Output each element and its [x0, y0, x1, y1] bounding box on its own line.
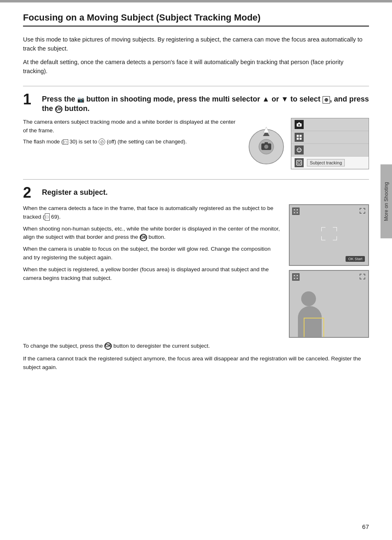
monitor-icon-tr-1 [359, 208, 366, 215]
svg-rect-8 [297, 135, 299, 137]
person-body [298, 306, 322, 337]
ref-box-2: □ [45, 213, 50, 221]
ref-box: □ [63, 139, 68, 145]
step-2-text-col: When the camera detects a face in the fr… [23, 204, 281, 286]
step-2-images: OK Start [289, 204, 369, 338]
sidebar-label: More on Shooting [383, 182, 389, 221]
monitor-icon-tr-2 [359, 273, 366, 281]
step-1-title: Press the 📷 button in shooting mode, pre… [42, 92, 369, 114]
ok-button-symbol: OK [55, 106, 62, 113]
monitor-frame-2 [289, 270, 369, 338]
menu-icon-camera [295, 120, 304, 129]
sidebar-tab: More on Shooting [380, 164, 392, 238]
svg-rect-18 [296, 209, 298, 211]
monitor-frame-1: OK Start [289, 204, 369, 266]
step-2-number: 2 [23, 185, 35, 200]
ok-sym-2: OK [140, 234, 147, 241]
svg-rect-21 [293, 275, 295, 277]
step-2-text-2: When shooting non-human subjects, etc., … [23, 225, 281, 242]
corner-icon-2 [359, 273, 366, 280]
grid-menu-icon [296, 134, 302, 140]
step-1-content: The camera enters subject tracking mode … [23, 118, 369, 169]
svg-rect-20 [296, 212, 298, 214]
svg-rect-17 [293, 209, 295, 211]
step-2-text-4: When the subject is registered, a yellow… [23, 265, 281, 283]
step-2-text-3: When the camera is unable to focus on th… [23, 245, 281, 262]
menu-row-face [291, 144, 369, 157]
step-2-bottom-2: If the camera cannot track the registere… [23, 355, 369, 372]
camera-menu-panel: Subject tracking [291, 118, 369, 169]
page-number: 67 [362, 523, 369, 530]
round-button-illustration [246, 123, 287, 169]
svg-point-14 [300, 149, 300, 150]
camera-icon: 📷 [77, 96, 84, 103]
svg-rect-24 [296, 277, 298, 279]
menu-row-subject: Subject tracking [291, 157, 369, 169]
menu-row-grid [291, 131, 369, 144]
step-1-images: Subject tracking [246, 118, 369, 169]
svg-rect-19 [293, 212, 295, 214]
step-2-header: 2 Register a subject. [23, 185, 369, 200]
svg-rect-4 [265, 142, 268, 144]
focus-brackets [321, 227, 337, 240]
person-head [301, 291, 316, 306]
step-2-content: When the camera detects a face in the fr… [23, 204, 369, 338]
intro-para-2: At the default setting, once the camera … [23, 58, 369, 76]
menu-icon-subject [295, 158, 304, 167]
multi-selector-svg [246, 123, 287, 168]
ok-sym-3: OK [104, 342, 112, 350]
step-1-header: 1 Press the 📷 button in shooting mode, p… [23, 92, 369, 114]
menu-label-subject: Subject tracking [307, 159, 345, 166]
menu-row-camera [291, 118, 369, 131]
face-menu-icon [296, 147, 302, 153]
step-1-text-col: The camera enters subject tracking mode … [23, 118, 238, 145]
intro-para-1: Use this mode to take pictures of moving… [23, 35, 369, 53]
svg-rect-16 [298, 162, 300, 164]
svg-rect-15 [297, 160, 302, 165]
step-2-bottom-1: To change the subject, press the OK butt… [23, 342, 369, 351]
subject-track-symbol: ⊕ [323, 96, 330, 104]
svg-rect-23 [293, 277, 295, 279]
svg-rect-22 [296, 275, 298, 277]
corner-icon-1 [359, 208, 366, 214]
monitor-icon-tl-1 [292, 208, 300, 215]
svg-rect-9 [300, 135, 302, 137]
step-1-number: 1 [23, 92, 35, 107]
focus-box-person [304, 318, 324, 338]
svg-point-3 [264, 145, 268, 149]
svg-point-7 [298, 124, 300, 126]
grid-icon-monitor1 [293, 208, 299, 214]
main-content: Focusing on a Moving Subject (Subject Tr… [0, 2, 392, 388]
step-1-flash-note: The flash mode (□ 30) is set to ∅ (off) … [23, 138, 238, 145]
svg-point-13 [298, 149, 299, 150]
subject-menu-icon [296, 160, 302, 166]
page-title: Focusing on a Moving Subject (Subject Tr… [23, 12, 369, 23]
menu-icon-grid [295, 133, 304, 142]
ok-start-button: OK Start [346, 256, 365, 262]
step-1-section: 1 Press the 📷 button in shooting mode, p… [23, 86, 369, 169]
grid-icon-monitor2 [293, 274, 299, 280]
menu-icon-face [295, 145, 304, 155]
svg-rect-11 [300, 138, 302, 140]
monitor-icon-tl-2 [292, 273, 300, 281]
svg-rect-6 [298, 122, 300, 124]
step-2-text-1: When the camera detects a face in the fr… [23, 204, 281, 222]
step-2-title: Register a subject. [42, 185, 108, 197]
step-1-text1: The camera enters subject tracking mode … [23, 118, 238, 135]
page-container: Focusing on a Moving Subject (Subject Tr… [0, 0, 392, 540]
camera-menu-icon [296, 122, 302, 127]
svg-rect-10 [297, 138, 299, 140]
focus-brackets-svg [321, 227, 337, 240]
person-silhouette [298, 291, 322, 337]
flash-off-symbol: ∅ [99, 138, 105, 145]
page-title-section: Focusing on a Moving Subject (Subject Tr… [23, 12, 369, 27]
ok-start-label: OK Start [348, 257, 362, 261]
step-2-section: 2 Register a subject. When the camera de… [23, 179, 369, 372]
